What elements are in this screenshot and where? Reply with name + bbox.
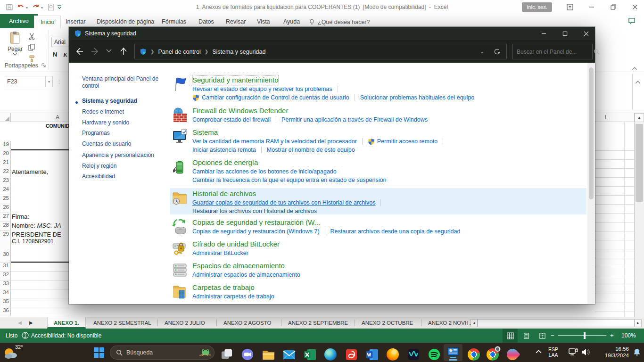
sheet-tab-anexo-2-julio[interactable]: ANEXO 2 JULIO xyxy=(158,317,211,329)
row-header[interactable]: 29 xyxy=(0,231,11,251)
zoom-slider-thumb[interactable] xyxy=(584,332,586,339)
status-mode[interactable]: Listo xyxy=(6,332,17,339)
search-input[interactable] xyxy=(513,49,594,55)
row-header[interactable]: 19 xyxy=(0,141,11,150)
grid-cell[interactable] xyxy=(11,298,69,307)
section-title-link[interactable]: Seguridad y mantenimiento xyxy=(192,75,279,85)
paste-button[interactable]: Pegar xyxy=(5,31,25,67)
control-panel-taskbar-icon[interactable] xyxy=(444,344,462,361)
grid-row-36[interactable]: 36 xyxy=(0,307,69,316)
weather-widget[interactable]: 32° xyxy=(3,344,30,361)
redo-icon[interactable] xyxy=(32,3,40,11)
grid-row-23[interactable]: 23 xyxy=(0,177,69,186)
grid-cell[interactable] xyxy=(11,307,69,316)
task-link[interactable]: Administrar carpetas de trabajo xyxy=(192,293,274,300)
row-header[interactable]: 34 xyxy=(0,289,11,298)
sidebar-home-link[interactable]: Ventana principal del Panel de control xyxy=(82,75,162,90)
row-header[interactable]: 35 xyxy=(0,298,11,307)
task-link[interactable]: Administrar espacios de almacenamiento xyxy=(192,272,300,278)
sidebar-item-apariencia[interactable]: Apariencia y personalización xyxy=(82,152,154,158)
name-box-dropdown-icon[interactable]: ▾ xyxy=(45,76,53,87)
grid-row-35[interactable]: 35 xyxy=(0,298,69,307)
zoom-slider[interactable] xyxy=(558,335,606,336)
minimize-button[interactable] xyxy=(584,0,600,14)
undo-dropdown-icon[interactable]: ▾ xyxy=(26,6,28,10)
address-bar[interactable]: ❯ Panel de control ❯ Sistema y seguridad… xyxy=(134,44,507,59)
task-link[interactable]: Restaurar los archivos con Historial de … xyxy=(192,208,317,214)
zoom-in-icon[interactable]: + xyxy=(610,332,614,339)
grid-cell[interactable] xyxy=(11,159,69,168)
spotify-icon[interactable] xyxy=(425,345,444,362)
cp-minimize-button[interactable] xyxy=(533,27,554,40)
grid-cell[interactable]: PREISDENTE DEC.I. 1708582901 xyxy=(11,231,69,251)
tab-datos[interactable]: Datos xyxy=(192,16,220,28)
chat-icon[interactable] xyxy=(238,345,257,362)
task-link[interactable]: Administrar BitLocker xyxy=(192,250,248,256)
pdf-reader-icon[interactable] xyxy=(342,345,361,362)
breadcrumb-current[interactable]: Sistema y seguridad xyxy=(212,49,265,55)
task-link[interactable]: Iniciar asistencia remota xyxy=(192,147,256,153)
sheet-tab-anexo-1[interactable]: ANEXO 1. xyxy=(47,317,86,329)
page-layout-view-icon[interactable] xyxy=(519,329,534,343)
row-header[interactable]: 28 xyxy=(0,222,11,231)
grid-row-24[interactable]: 24 xyxy=(0,186,69,195)
tab-insertar[interactable]: Insertar xyxy=(59,16,91,28)
breadcrumb-chevron-icon[interactable]: ❯ xyxy=(205,49,208,54)
row-header[interactable]: 20 xyxy=(0,150,11,159)
grid-cell[interactable] xyxy=(11,177,69,186)
sidebar-item-accesibilidad[interactable]: Accesibilidad xyxy=(82,173,115,180)
task-link[interactable]: Solucionar problemas habituales del equi… xyxy=(360,94,475,101)
section-title-link[interactable]: Copias de seguridad y restauración (W... xyxy=(192,218,320,227)
firefox-icon[interactable] xyxy=(383,345,402,362)
row-header[interactable]: 23 xyxy=(0,177,11,186)
print-preview-icon[interactable] xyxy=(47,3,55,11)
cut-icon[interactable] xyxy=(28,33,36,41)
chrome-icon[interactable] xyxy=(464,345,483,362)
normal-view-icon[interactable] xyxy=(503,329,518,343)
network-icon[interactable] xyxy=(568,347,578,357)
undo-icon[interactable] xyxy=(17,3,25,11)
grid-row-34[interactable]: 34 xyxy=(0,289,69,298)
chrome-profile-icon[interactable] xyxy=(483,345,502,362)
grid-row-21[interactable]: 21 xyxy=(0,159,69,168)
row-header[interactable]: 36 xyxy=(0,307,11,316)
vertical-scrollbar[interactable]: ▲ xyxy=(635,113,644,317)
clock[interactable]: 16:56 19/3/2024 xyxy=(595,346,629,359)
sheet-nav-next-icon[interactable]: ▶ xyxy=(29,320,33,325)
sidebar-item-cuentas-de-usuario[interactable]: Cuentas de usuario xyxy=(82,140,131,147)
worksheet-grid-left[interactable]: A COMUNID 19 20 21 22Atentamente, 23 24 … xyxy=(0,113,69,317)
comments-icon[interactable] xyxy=(628,17,636,25)
tray-chevron-icon[interactable] xyxy=(536,349,542,354)
collapse-formula-bar-icon[interactable] xyxy=(635,81,641,84)
italic-button[interactable]: K xyxy=(63,51,67,58)
section-title-link[interactable]: Historial de archivos xyxy=(192,189,256,198)
grid-row-19[interactable]: 19 xyxy=(0,141,69,150)
cp-vertical-scrollbar[interactable] xyxy=(587,63,595,304)
grid-cell[interactable] xyxy=(11,280,69,289)
grid-row-26[interactable]: 26 xyxy=(0,204,69,213)
sidebar-item-programas[interactable]: Programas xyxy=(82,130,110,136)
sheet-tab-anexo-2-semestral[interactable]: ANEXO 2 SEMESTRAL xyxy=(87,317,157,329)
search-icon[interactable] xyxy=(594,49,600,55)
grid-row-25[interactable]: 25 xyxy=(0,195,69,204)
redo-dropdown-icon[interactable]: ▾ xyxy=(41,6,43,10)
grid-cell[interactable] xyxy=(11,251,69,263)
section-title-link[interactable]: Firewall de Windows Defender xyxy=(192,106,288,115)
page-break-view-icon[interactable] xyxy=(535,329,550,343)
grid-cell[interactable]: Nombre: MSC. JA xyxy=(11,222,69,231)
section-title-link[interactable]: Cifrado de unidad BitLocker xyxy=(192,239,280,249)
sheet-tab-anexo-2-septiembre[interactable]: ANEXO 2 SEPTIEMBRE xyxy=(282,317,354,329)
zoom-out-icon[interactable]: − xyxy=(551,332,554,339)
task-link[interactable]: Cambiar la frecuencia con la que el equi… xyxy=(192,177,386,183)
sign-in-button[interactable]: Inic. ses. xyxy=(522,2,552,12)
horizontal-scrollbar[interactable] xyxy=(478,319,635,327)
grid-row-32[interactable]: 32 xyxy=(0,272,69,280)
restore-button[interactable] xyxy=(605,0,621,14)
copy-icon[interactable] xyxy=(28,44,36,52)
tab-vista[interactable]: Vista xyxy=(251,16,276,28)
section-title-link[interactable]: Sistema xyxy=(192,128,218,137)
cp-scrollbar-thumb[interactable] xyxy=(589,67,594,199)
control-panel-titlebar[interactable]: Sistema y seguridad xyxy=(69,27,595,40)
control-panel-search[interactable] xyxy=(512,44,593,59)
row-header[interactable]: 26 xyxy=(0,204,11,213)
